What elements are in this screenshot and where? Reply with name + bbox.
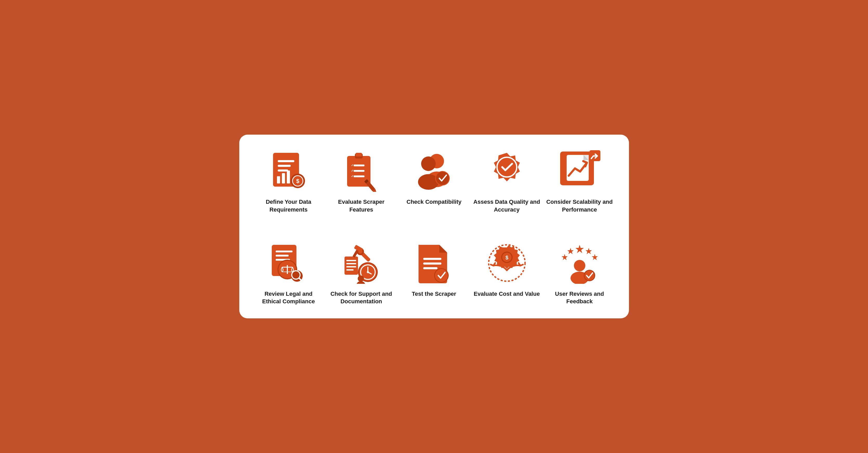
label-define-data-requirements: Define Your Data Requirements: [255, 198, 322, 213]
svg-point-64: [357, 281, 365, 284]
divider: [255, 224, 613, 232]
item-check-support: Check for Support and Documentation: [328, 242, 395, 305]
svg-text:✓: ✓: [351, 169, 353, 173]
svg-point-62: [367, 271, 369, 273]
svg-rect-5: [282, 173, 285, 183]
svg-rect-66: [423, 258, 441, 260]
label-user-reviews: User Reviews and Feedback: [546, 290, 613, 305]
item-consider-scalability: Consider Scalability and Performance: [546, 150, 613, 213]
svg-rect-18: [353, 175, 365, 177]
svg-rect-50: [346, 266, 356, 267]
item-define-data-requirements: $ Define Your Data Requirements: [255, 150, 322, 213]
svg-point-70: [435, 269, 448, 282]
item-assess-data-quality: Assess Data Quality and Accuracy: [473, 150, 541, 213]
label-assess-data-quality: Assess Data Quality and Accuracy: [473, 198, 541, 213]
label-evaluate-scraper-features: Evaluate Scraper Features: [328, 198, 395, 213]
items-grid: $ Define Your Data Requirements ✓ ✓: [255, 150, 613, 305]
svg-marker-77: [576, 245, 584, 253]
svg-marker-65: [439, 245, 447, 252]
icon-document-check: [413, 242, 455, 284]
label-evaluate-cost: Evaluate Cost and Value: [474, 290, 539, 298]
svg-marker-75: [562, 254, 568, 260]
svg-point-28: [436, 172, 449, 185]
icon-users-check: [413, 150, 455, 192]
svg-rect-47: [344, 256, 358, 275]
label-check-support: Check for Support and Documentation: [328, 290, 395, 305]
item-evaluate-cost: $ Evaluate Cost and Value: [473, 242, 541, 305]
svg-rect-6: [287, 171, 290, 183]
icon-tools-clock: [341, 242, 382, 284]
icon-report-money: $: [268, 150, 309, 192]
svg-rect-36: [276, 250, 292, 252]
svg-rect-16: [353, 170, 365, 172]
svg-rect-51: [346, 269, 353, 271]
icon-legal-magnify: [268, 242, 309, 284]
label-test-scraper: Test the Scraper: [412, 290, 456, 298]
svg-rect-68: [423, 267, 437, 269]
svg-point-80: [574, 260, 585, 271]
svg-point-63: [358, 275, 364, 282]
svg-text:✓: ✓: [351, 163, 353, 167]
icon-stars-person: [559, 242, 600, 284]
svg-rect-37: [276, 255, 289, 256]
icon-trending-up: [559, 150, 600, 192]
item-user-reviews: User Reviews and Feedback: [546, 242, 613, 305]
icon-badge-check: [486, 150, 528, 192]
item-check-compatibility: Check Compatibility: [400, 150, 468, 213]
svg-rect-49: [346, 263, 356, 264]
icon-checklist-edit: ✓ ✓ ✓: [341, 150, 382, 192]
svg-rect-48: [346, 260, 356, 261]
svg-rect-1: [278, 160, 294, 162]
item-test-scraper: Test the Scraper: [400, 242, 468, 305]
svg-rect-13: [356, 153, 362, 156]
svg-point-25: [421, 156, 436, 171]
icon-gear-money: $: [486, 242, 528, 284]
svg-rect-3: [278, 170, 288, 172]
item-review-legal: Review Legal and Ethical Compliance: [255, 242, 322, 305]
svg-marker-79: [592, 254, 598, 260]
svg-rect-2: [278, 165, 291, 167]
label-review-legal: Review Legal and Ethical Compliance: [255, 290, 322, 305]
svg-point-83: [585, 271, 594, 280]
label-consider-scalability: Consider Scalability and Performance: [546, 198, 613, 213]
svg-text:$: $: [505, 255, 508, 261]
svg-marker-76: [567, 248, 574, 254]
svg-marker-78: [586, 248, 592, 254]
svg-rect-4: [277, 176, 280, 183]
svg-rect-67: [423, 263, 441, 265]
item-evaluate-scraper-features: ✓ ✓ ✓ Evaluate Scraper Features: [328, 150, 395, 213]
label-check-compatibility: Check Compatibility: [407, 198, 461, 206]
svg-rect-14: [353, 164, 365, 166]
main-card: $ Define Your Data Requirements ✓ ✓: [239, 134, 629, 319]
svg-text:✓: ✓: [351, 174, 353, 178]
svg-text:$: $: [296, 178, 299, 184]
